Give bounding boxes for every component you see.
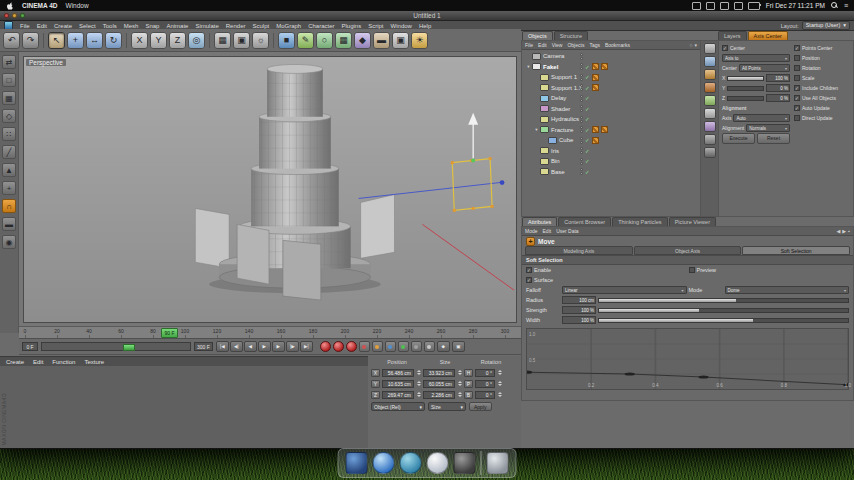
enabled-check-icon[interactable]: ✓: [585, 106, 590, 112]
radius-slider[interactable]: [598, 298, 849, 303]
lock-icon[interactable]: ▪: [848, 228, 850, 234]
value-stepper[interactable]: [416, 369, 421, 377]
app-menu-file[interactable]: File: [20, 23, 30, 29]
render-visibility-dot[interactable]: [580, 109, 583, 112]
material-menu-edit[interactable]: Edit: [33, 359, 43, 365]
editor-visibility-dot[interactable]: [580, 63, 583, 66]
render-visibility-dot[interactable]: [580, 120, 583, 123]
app-menu-window[interactable]: Window: [391, 23, 412, 29]
tree-item-fracture[interactable]: ▾Fracture✓: [522, 125, 700, 136]
bluetooth-icon[interactable]: [720, 2, 729, 10]
position-z-field[interactable]: 269.47 cm: [382, 391, 414, 399]
add-scene-button[interactable]: ▬: [373, 32, 390, 49]
range-start-field[interactable]: 0 F: [22, 342, 38, 351]
keyframe-mode-button[interactable]: ▣: [452, 341, 465, 352]
render-visibility-dot[interactable]: [580, 162, 583, 165]
range-end-field[interactable]: 300 F: [194, 342, 213, 351]
attribute-menu-user-data[interactable]: User Data: [556, 228, 579, 234]
auto-update-checkbox[interactable]: ✓: [794, 105, 800, 111]
app-menu-character[interactable]: Character: [308, 23, 334, 29]
enabled-check-icon[interactable]: ✓: [585, 85, 590, 91]
scale-checkbox[interactable]: [794, 75, 800, 81]
value-stepper[interactable]: [457, 391, 462, 399]
app-menu-help[interactable]: Help: [419, 23, 431, 29]
polygons-mode-button[interactable]: ▲: [2, 163, 16, 177]
rotate-tool[interactable]: ↻: [105, 32, 122, 49]
position-x-field[interactable]: 56.486 cm: [382, 369, 414, 377]
render-visibility-dot[interactable]: [580, 141, 583, 144]
visibility-dots[interactable]: [580, 95, 583, 102]
render-view-button[interactable]: ▦: [214, 32, 231, 49]
app-menu-snap[interactable]: Snap: [145, 23, 159, 29]
enabled-check-icon[interactable]: ✓: [585, 64, 590, 70]
record-keyframe-button[interactable]: [320, 341, 331, 352]
play-sound-toggle[interactable]: [424, 341, 435, 352]
spin-up-icon[interactable]: [417, 392, 421, 394]
menu-bar-clock[interactable]: Fri Dec 27 11:21 PM: [766, 2, 825, 9]
render-picture-viewer-button[interactable]: ▣: [233, 32, 250, 49]
spin-down-icon[interactable]: [458, 395, 462, 397]
texture-tag-icon[interactable]: [592, 74, 599, 81]
value-stepper[interactable]: [416, 380, 421, 388]
rotation-h-field[interactable]: 0 °: [475, 369, 495, 377]
tree-item-bin[interactable]: Bin✓: [522, 156, 700, 167]
editor-visibility-dot[interactable]: [580, 84, 583, 87]
tab-layers[interactable]: Layers: [718, 31, 747, 40]
alignment-select[interactable]: Normals▾: [746, 124, 790, 132]
viewport-solo-button[interactable]: ◉: [2, 235, 16, 249]
spin-up-icon[interactable]: [458, 392, 462, 394]
tree-item-support-1[interactable]: Support 1✓: [522, 72, 700, 83]
viewport-view-label[interactable]: Perspective: [26, 59, 66, 66]
value-stepper[interactable]: [457, 380, 462, 388]
dock-earth-icon[interactable]: [400, 452, 422, 474]
size-y-field[interactable]: 60.055 cm: [423, 380, 455, 388]
editor-visibility-dot[interactable]: [580, 95, 583, 98]
material-menu-texture[interactable]: Texture: [84, 359, 104, 365]
add-primitive-button[interactable]: ■: [278, 32, 295, 49]
previous-frame-button[interactable]: ◀: [244, 341, 257, 352]
tree-item-delay[interactable]: Delay✓: [522, 93, 700, 104]
size-mode-select[interactable]: Size▾: [428, 402, 466, 411]
subtab-modeling-axis[interactable]: Modeling Axis: [525, 246, 633, 255]
mode-select[interactable]: Dome▾: [725, 286, 850, 294]
coordinate-mode-select[interactable]: Object (Rel)▾: [371, 402, 425, 411]
tree-item-camera[interactable]: Camera: [522, 51, 700, 62]
edges-mode-button[interactable]: ╱: [2, 145, 16, 159]
value-stepper[interactable]: [497, 380, 502, 388]
tab-thinking-particles[interactable]: Thinking Particles: [612, 217, 667, 226]
shelf-deformer-icon[interactable]: [704, 121, 716, 132]
x-slider[interactable]: [727, 76, 764, 81]
falloff-curve-editor[interactable]: 0.20.40.60.81.01.00.5: [526, 328, 849, 390]
dock-clock-icon[interactable]: [427, 452, 449, 474]
tab-objects[interactable]: Objects: [522, 31, 553, 40]
enabled-check-icon[interactable]: ✓: [585, 95, 590, 101]
enabled-check-icon[interactable]: ✓: [585, 158, 590, 164]
spin-down-icon[interactable]: [417, 373, 421, 375]
apply-button[interactable]: Apply: [469, 402, 492, 411]
object-menu-tags[interactable]: Tags: [589, 42, 600, 48]
value-stepper[interactable]: [497, 369, 502, 377]
render-visibility-dot[interactable]: [580, 78, 583, 81]
workplane-lock-button[interactable]: ▬: [2, 217, 16, 231]
tree-item-shader[interactable]: Shader✓: [522, 104, 700, 115]
attribute-menu-edit[interactable]: Edit: [543, 228, 552, 234]
enabled-check-icon[interactable]: ✓: [585, 148, 590, 154]
spin-up-icon[interactable]: [458, 381, 462, 383]
enabled-check-icon[interactable]: ✓: [585, 169, 590, 175]
tab-structure[interactable]: Structure: [554, 31, 588, 40]
use-all-objects-checkbox[interactable]: ✓: [794, 95, 800, 101]
points-mode-button[interactable]: ∷: [2, 127, 16, 141]
texture-tag-icon[interactable]: [592, 126, 599, 133]
close-window-button[interactable]: [4, 13, 9, 18]
spin-up-icon[interactable]: [498, 381, 502, 383]
move-tool[interactable]: +: [67, 32, 84, 49]
axis-to-select[interactable]: Axis to▾: [722, 54, 790, 62]
spin-down-icon[interactable]: [458, 384, 462, 386]
viewport-canvas[interactable]: Perspective: [23, 56, 517, 323]
current-frame-marker[interactable]: 90 F: [161, 328, 178, 338]
app-menu-render[interactable]: Render: [226, 23, 246, 29]
visibility-dots[interactable]: [580, 63, 583, 70]
render-visibility-dot[interactable]: [580, 151, 583, 154]
add-modeling-button[interactable]: ▦: [335, 32, 352, 49]
preview-checkbox[interactable]: [689, 267, 695, 273]
